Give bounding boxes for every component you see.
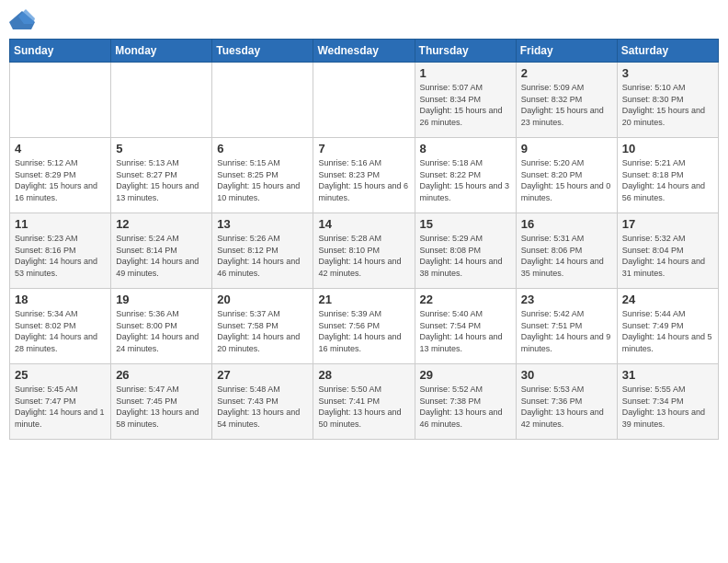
day-info: Sunrise: 5:31 AMSunset: 8:06 PMDaylight:… bbox=[521, 233, 612, 279]
calendar-cell: 13Sunrise: 5:26 AMSunset: 8:12 PMDayligh… bbox=[212, 213, 313, 289]
calendar-cell: 22Sunrise: 5:40 AMSunset: 7:54 PMDayligh… bbox=[415, 289, 516, 364]
logo bbox=[9, 9, 39, 31]
day-number: 12 bbox=[116, 217, 207, 231]
calendar-cell: 26Sunrise: 5:47 AMSunset: 7:45 PMDayligh… bbox=[111, 364, 212, 440]
day-number: 21 bbox=[318, 293, 409, 306]
day-number: 11 bbox=[15, 217, 106, 231]
week-row-4: 18Sunrise: 5:34 AMSunset: 8:02 PMDayligh… bbox=[10, 289, 719, 364]
day-number: 29 bbox=[420, 368, 511, 382]
calendar-cell: 24Sunrise: 5:44 AMSunset: 7:49 PMDayligh… bbox=[617, 289, 718, 364]
day-info: Sunrise: 5:23 AMSunset: 8:16 PMDaylight:… bbox=[15, 233, 106, 279]
calendar-cell: 20Sunrise: 5:37 AMSunset: 7:58 PMDayligh… bbox=[212, 289, 313, 364]
calendar-cell: 12Sunrise: 5:24 AMSunset: 8:14 PMDayligh… bbox=[111, 213, 212, 289]
day-info: Sunrise: 5:50 AMSunset: 7:41 PMDaylight:… bbox=[318, 384, 409, 430]
day-info: Sunrise: 5:52 AMSunset: 7:38 PMDaylight:… bbox=[420, 384, 511, 430]
day-info: Sunrise: 5:55 AMSunset: 7:34 PMDaylight:… bbox=[622, 384, 713, 430]
calendar-header-row: SundayMondayTuesdayWednesdayThursdayFrid… bbox=[10, 40, 719, 63]
header-monday: Monday bbox=[111, 40, 212, 63]
calendar-cell: 23Sunrise: 5:42 AMSunset: 7:51 PMDayligh… bbox=[516, 289, 617, 364]
calendar-cell bbox=[212, 63, 313, 138]
header-friday: Friday bbox=[516, 40, 617, 63]
day-info: Sunrise: 5:16 AMSunset: 8:23 PMDaylight:… bbox=[318, 157, 409, 203]
day-info: Sunrise: 5:13 AMSunset: 8:27 PMDaylight:… bbox=[116, 157, 207, 203]
day-number: 3 bbox=[622, 66, 713, 80]
day-number: 19 bbox=[116, 293, 207, 306]
day-info: Sunrise: 5:53 AMSunset: 7:36 PMDaylight:… bbox=[521, 384, 612, 430]
header-thursday: Thursday bbox=[415, 40, 516, 63]
day-info: Sunrise: 5:44 AMSunset: 7:49 PMDaylight:… bbox=[622, 308, 713, 354]
day-info: Sunrise: 5:18 AMSunset: 8:22 PMDaylight:… bbox=[420, 157, 511, 203]
calendar-cell: 14Sunrise: 5:28 AMSunset: 8:10 PMDayligh… bbox=[313, 213, 415, 289]
day-number: 25 bbox=[15, 368, 106, 382]
day-info: Sunrise: 5:29 AMSunset: 8:08 PMDaylight:… bbox=[420, 233, 511, 279]
day-info: Sunrise: 5:47 AMSunset: 7:45 PMDaylight:… bbox=[116, 384, 207, 430]
header-wednesday: Wednesday bbox=[313, 40, 415, 63]
calendar-cell: 25Sunrise: 5:45 AMSunset: 7:47 PMDayligh… bbox=[10, 364, 111, 440]
page-header bbox=[9, 9, 719, 31]
day-info: Sunrise: 5:24 AMSunset: 8:14 PMDaylight:… bbox=[116, 233, 207, 279]
calendar-cell: 27Sunrise: 5:48 AMSunset: 7:43 PMDayligh… bbox=[212, 364, 313, 440]
week-row-1: 1Sunrise: 5:07 AMSunset: 8:34 PMDaylight… bbox=[10, 63, 719, 138]
day-info: Sunrise: 5:28 AMSunset: 8:10 PMDaylight:… bbox=[318, 233, 409, 279]
day-info: Sunrise: 5:12 AMSunset: 8:29 PMDaylight:… bbox=[15, 157, 106, 203]
calendar-cell bbox=[111, 63, 212, 138]
day-info: Sunrise: 5:36 AMSunset: 8:00 PMDaylight:… bbox=[116, 308, 207, 354]
calendar-cell: 29Sunrise: 5:52 AMSunset: 7:38 PMDayligh… bbox=[415, 364, 516, 440]
day-number: 8 bbox=[420, 142, 511, 155]
day-number: 20 bbox=[217, 293, 308, 306]
day-number: 17 bbox=[622, 217, 713, 231]
calendar-cell: 18Sunrise: 5:34 AMSunset: 8:02 PMDayligh… bbox=[10, 289, 111, 364]
day-info: Sunrise: 5:26 AMSunset: 8:12 PMDaylight:… bbox=[217, 233, 308, 279]
day-number: 23 bbox=[521, 293, 612, 306]
day-info: Sunrise: 5:48 AMSunset: 7:43 PMDaylight:… bbox=[217, 384, 308, 430]
calendar-table: SundayMondayTuesdayWednesdayThursdayFrid… bbox=[9, 39, 719, 440]
day-info: Sunrise: 5:09 AMSunset: 8:32 PMDaylight:… bbox=[521, 82, 612, 128]
day-number: 9 bbox=[521, 142, 612, 155]
day-number: 16 bbox=[521, 217, 612, 231]
day-number: 6 bbox=[217, 142, 308, 155]
header-tuesday: Tuesday bbox=[212, 40, 313, 63]
day-info: Sunrise: 5:34 AMSunset: 8:02 PMDaylight:… bbox=[15, 308, 106, 354]
day-number: 30 bbox=[521, 368, 612, 382]
calendar-cell: 17Sunrise: 5:32 AMSunset: 8:04 PMDayligh… bbox=[617, 213, 718, 289]
calendar-cell: 21Sunrise: 5:39 AMSunset: 7:56 PMDayligh… bbox=[313, 289, 415, 364]
calendar-cell: 5Sunrise: 5:13 AMSunset: 8:27 PMDaylight… bbox=[111, 138, 212, 213]
day-info: Sunrise: 5:07 AMSunset: 8:34 PMDaylight:… bbox=[420, 82, 511, 128]
day-info: Sunrise: 5:37 AMSunset: 7:58 PMDaylight:… bbox=[217, 308, 308, 354]
day-number: 28 bbox=[318, 368, 409, 382]
day-info: Sunrise: 5:45 AMSunset: 7:47 PMDaylight:… bbox=[15, 384, 106, 430]
calendar-cell: 30Sunrise: 5:53 AMSunset: 7:36 PMDayligh… bbox=[516, 364, 617, 440]
calendar-cell bbox=[313, 63, 415, 138]
day-number: 24 bbox=[622, 293, 713, 306]
calendar-cell: 1Sunrise: 5:07 AMSunset: 8:34 PMDaylight… bbox=[415, 63, 516, 138]
day-info: Sunrise: 5:42 AMSunset: 7:51 PMDaylight:… bbox=[521, 308, 612, 354]
calendar-cell: 4Sunrise: 5:12 AMSunset: 8:29 PMDaylight… bbox=[10, 138, 111, 213]
calendar-cell: 7Sunrise: 5:16 AMSunset: 8:23 PMDaylight… bbox=[313, 138, 415, 213]
day-number: 10 bbox=[622, 142, 713, 155]
day-info: Sunrise: 5:20 AMSunset: 8:20 PMDaylight:… bbox=[521, 157, 612, 203]
calendar-cell: 11Sunrise: 5:23 AMSunset: 8:16 PMDayligh… bbox=[10, 213, 111, 289]
day-number: 27 bbox=[217, 368, 308, 382]
day-number: 7 bbox=[318, 142, 409, 155]
calendar-cell: 2Sunrise: 5:09 AMSunset: 8:32 PMDaylight… bbox=[516, 63, 617, 138]
day-number: 4 bbox=[15, 142, 106, 155]
day-info: Sunrise: 5:15 AMSunset: 8:25 PMDaylight:… bbox=[217, 157, 308, 203]
header-sunday: Sunday bbox=[10, 40, 111, 63]
day-info: Sunrise: 5:39 AMSunset: 7:56 PMDaylight:… bbox=[318, 308, 409, 354]
day-info: Sunrise: 5:10 AMSunset: 8:30 PMDaylight:… bbox=[622, 82, 713, 128]
calendar-cell: 15Sunrise: 5:29 AMSunset: 8:08 PMDayligh… bbox=[415, 213, 516, 289]
calendar-cell: 10Sunrise: 5:21 AMSunset: 8:18 PMDayligh… bbox=[617, 138, 718, 213]
day-info: Sunrise: 5:40 AMSunset: 7:54 PMDaylight:… bbox=[420, 308, 511, 354]
day-number: 22 bbox=[420, 293, 511, 306]
header-saturday: Saturday bbox=[617, 40, 718, 63]
calendar-cell: 28Sunrise: 5:50 AMSunset: 7:41 PMDayligh… bbox=[313, 364, 415, 440]
calendar-cell: 8Sunrise: 5:18 AMSunset: 8:22 PMDaylight… bbox=[415, 138, 516, 213]
week-row-2: 4Sunrise: 5:12 AMSunset: 8:29 PMDaylight… bbox=[10, 138, 719, 213]
calendar-cell: 3Sunrise: 5:10 AMSunset: 8:30 PMDaylight… bbox=[617, 63, 718, 138]
calendar-cell: 9Sunrise: 5:20 AMSunset: 8:20 PMDaylight… bbox=[516, 138, 617, 213]
day-number: 15 bbox=[420, 217, 511, 231]
day-info: Sunrise: 5:21 AMSunset: 8:18 PMDaylight:… bbox=[622, 157, 713, 203]
calendar-cell: 6Sunrise: 5:15 AMSunset: 8:25 PMDaylight… bbox=[212, 138, 313, 213]
day-number: 14 bbox=[318, 217, 409, 231]
week-row-3: 11Sunrise: 5:23 AMSunset: 8:16 PMDayligh… bbox=[10, 213, 719, 289]
